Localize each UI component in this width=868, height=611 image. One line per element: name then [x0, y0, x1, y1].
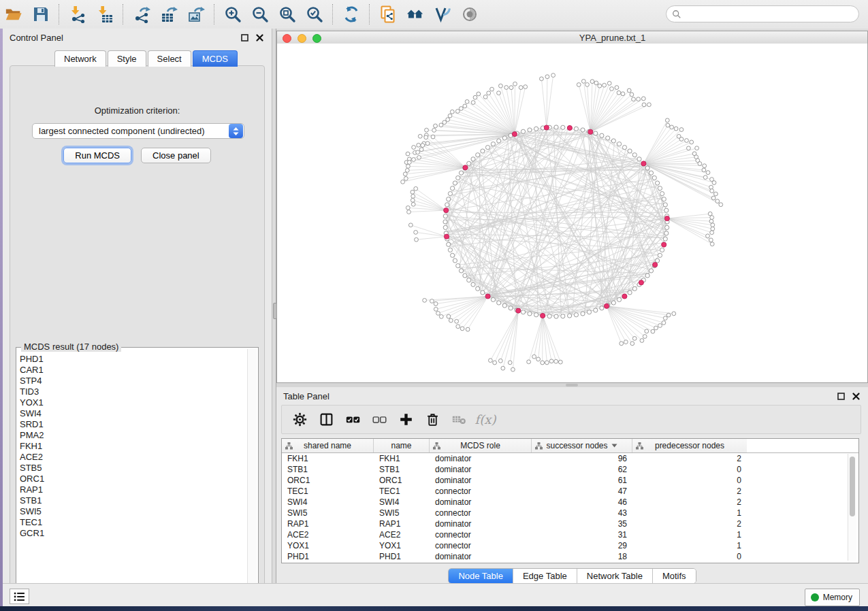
- search-input[interactable]: [681, 8, 858, 20]
- zoom-in-button[interactable]: [222, 3, 244, 25]
- visibility-toggle-button[interactable]: [459, 3, 481, 25]
- table-cell[interactable]: SWI5: [374, 508, 430, 518]
- table-cell[interactable]: STB1: [282, 464, 374, 475]
- table-cell[interactable]: 35: [532, 518, 632, 529]
- table-cell[interactable]: 46: [532, 497, 632, 508]
- table-cell[interactable]: 18: [532, 551, 632, 562]
- mcds-result-item[interactable]: TEC1: [20, 517, 247, 528]
- table-cell[interactable]: connector: [430, 486, 532, 497]
- memory-button[interactable]: Memory: [805, 589, 860, 606]
- delete-column-button[interactable]: [424, 412, 440, 428]
- table-cell[interactable]: TEC1: [282, 486, 374, 497]
- table-row[interactable]: SWI4SWI4dominator462: [282, 497, 858, 508]
- open-file-button[interactable]: [3, 3, 25, 25]
- refresh-view-button[interactable]: [340, 3, 362, 25]
- tab-style[interactable]: Style: [108, 50, 146, 67]
- table-cell[interactable]: YOX1: [374, 540, 430, 551]
- close-panel-button[interactable]: [254, 32, 265, 43]
- table-cell[interactable]: connector: [430, 540, 532, 551]
- tab-node-table[interactable]: Node Table: [449, 569, 513, 583]
- new-network-from-selection-button[interactable]: [377, 3, 399, 25]
- table-row[interactable]: FKH1FKH1dominator962: [282, 453, 858, 464]
- column-header-mcds-role[interactable]: MCDS role: [430, 439, 532, 452]
- create-column-button[interactable]: [398, 412, 414, 428]
- table-cell[interactable]: ACE2: [374, 529, 430, 540]
- table-row[interactable]: ACE2ACE2connector311: [282, 529, 858, 540]
- vertical-splitter[interactable]: [272, 29, 276, 583]
- table-cell[interactable]: dominator: [430, 497, 532, 508]
- table-cell[interactable]: 0: [632, 464, 747, 475]
- network-window-titlebar[interactable]: YPA_prune.txt_1: [277, 31, 867, 44]
- table-row[interactable]: RAP1RAP1dominator352: [282, 518, 858, 529]
- table-cell[interactable]: connector: [430, 529, 532, 540]
- column-header-name[interactable]: name: [374, 439, 430, 452]
- mcds-result-item[interactable]: FKH1: [20, 441, 247, 452]
- save-session-button[interactable]: [30, 3, 52, 25]
- export-network-button[interactable]: [131, 3, 152, 25]
- mcds-result-item[interactable]: STB1: [20, 495, 247, 506]
- mcds-result-item[interactable]: STP4: [20, 376, 247, 386]
- table-cell[interactable]: ORC1: [374, 475, 430, 486]
- table-row[interactable]: PHD1PHD1dominator180: [282, 551, 858, 562]
- network-canvas[interactable]: [277, 44, 867, 382]
- mcds-result-item[interactable]: SWI5: [20, 506, 247, 517]
- import-network-button[interactable]: [67, 3, 89, 25]
- table-cell[interactable]: 43: [532, 508, 632, 518]
- mcds-result-item[interactable]: PMA2: [20, 430, 247, 441]
- table-settings-button[interactable]: [291, 412, 308, 428]
- table-cell[interactable]: RAP1: [374, 518, 430, 529]
- table-cell[interactable]: SWI4: [374, 497, 430, 508]
- tab-mcds[interactable]: MCDS: [193, 50, 238, 67]
- float-table-panel-button[interactable]: [835, 391, 846, 401]
- table-cell[interactable]: FKH1: [282, 453, 374, 464]
- table-cell[interactable]: YOX1: [282, 540, 374, 551]
- zoom-selected-button[interactable]: [304, 3, 325, 25]
- splitter-grip[interactable]: [566, 384, 578, 386]
- table-cell[interactable]: 1: [632, 508, 747, 518]
- mcds-result-item[interactable]: SRD1: [20, 419, 247, 430]
- mcds-result-item[interactable]: YOX1: [20, 397, 247, 408]
- zoom-out-button[interactable]: [249, 3, 271, 25]
- table-cell[interactable]: 2: [632, 453, 747, 464]
- table-cell[interactable]: PHD1: [282, 551, 374, 562]
- table-row[interactable]: TEC1TEC1connector472: [282, 486, 858, 497]
- tab-edge-table[interactable]: Edge Table: [513, 569, 577, 583]
- column-header-successor-nodes[interactable]: successor nodes: [532, 439, 632, 452]
- scrollbar-thumb[interactable]: [850, 457, 855, 516]
- table-cell[interactable]: 1: [632, 540, 747, 551]
- table-row[interactable]: SWI5SWI5connector431: [282, 508, 858, 518]
- float-panel-button[interactable]: [239, 32, 250, 43]
- table-cell[interactable]: 61: [532, 475, 632, 486]
- table-cell[interactable]: dominator: [430, 464, 532, 475]
- table-cell[interactable]: dominator: [430, 518, 532, 529]
- table-cell[interactable]: STB1: [374, 464, 430, 475]
- unselect-all-columns-button[interactable]: [371, 412, 387, 428]
- table-cell[interactable]: SWI5: [282, 508, 374, 518]
- mcds-result-item[interactable]: ORC1: [20, 474, 247, 484]
- mcds-result-list[interactable]: PHD1CAR1STP4TID3YOX1SWI4SRD1PMA2FKH1ACE2…: [18, 354, 247, 597]
- table-cell[interactable]: dominator: [430, 453, 532, 464]
- table-cell[interactable]: 0: [632, 551, 747, 562]
- graphics-details-toggle-button[interactable]: [432, 3, 453, 25]
- table-cell[interactable]: ACE2: [282, 529, 374, 540]
- optimization-criterion-select[interactable]: largest connected component (undirected): [32, 123, 244, 139]
- mcds-result-item[interactable]: TID3: [20, 386, 247, 397]
- first-neighbors-button[interactable]: [404, 3, 426, 25]
- tab-network-table[interactable]: Network Table: [577, 569, 653, 583]
- table-cell[interactable]: dominator: [430, 475, 532, 486]
- table-row[interactable]: ORC1ORC1dominator610: [282, 475, 858, 486]
- mcds-result-item[interactable]: GCR1: [20, 528, 247, 539]
- table-cell[interactable]: 0: [632, 475, 747, 486]
- mcds-result-item[interactable]: PHD1: [20, 354, 247, 365]
- table-cell[interactable]: RAP1: [282, 518, 374, 529]
- table-cell[interactable]: 96: [532, 453, 632, 464]
- import-table-button[interactable]: [94, 3, 116, 25]
- table-cell[interactable]: dominator: [430, 551, 532, 562]
- table-row[interactable]: STB1STB1dominator620: [282, 464, 858, 475]
- table-cell[interactable]: 1: [632, 529, 747, 540]
- tab-network[interactable]: Network: [54, 50, 106, 67]
- column-header-shared-name[interactable]: shared name: [282, 439, 374, 452]
- select-all-columns-button[interactable]: [344, 412, 361, 428]
- mcds-result-item[interactable]: SWI4: [20, 408, 247, 419]
- global-search-field[interactable]: [666, 5, 859, 22]
